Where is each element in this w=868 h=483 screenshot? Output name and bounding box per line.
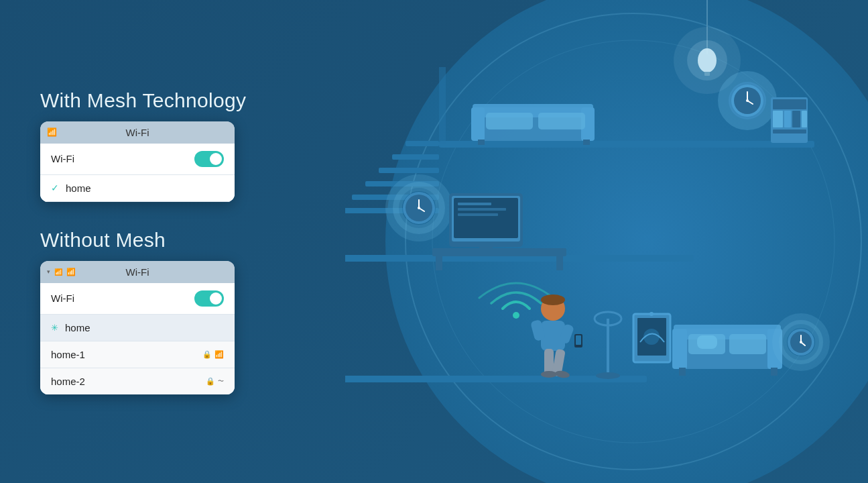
wifi-toggle-row-2: Wi-Fi: [40, 283, 235, 315]
svg-point-65: [513, 312, 519, 319]
svg-rect-22: [471, 107, 485, 141]
wifi-icon-sm-3: 📶: [66, 268, 76, 276]
lock-icon-2: 🔒: [206, 377, 215, 386]
without-mesh-mockup: ▾ 📶 📶 Wi-Fi Wi-Fi ✳ home home-1: [40, 261, 235, 394]
svg-point-67: [541, 294, 565, 305]
svg-rect-41: [773, 99, 806, 109]
svg-point-79: [596, 372, 620, 379]
svg-rect-6: [379, 168, 439, 173]
illustration-scene: [345, 0, 868, 483]
home-1-name: home-1: [51, 349, 85, 360]
wifi-toggle-row-1: Wi-Fi: [40, 144, 235, 175]
home-network-row-2: ✳ home: [40, 315, 235, 341]
home-2-row: home-2 🔒 〜: [40, 368, 235, 394]
home-network-name-1: home: [66, 182, 91, 194]
svg-rect-92: [771, 368, 778, 376]
svg-rect-26: [478, 140, 485, 145]
svg-rect-57: [458, 203, 491, 205]
svg-rect-44: [792, 111, 800, 127]
svg-rect-43: [784, 111, 791, 127]
svg-rect-3: [439, 67, 446, 144]
svg-rect-89: [729, 334, 766, 354]
mockup-title-2: Wi-Fi: [126, 266, 149, 278]
wifi-toggle-2[interactable]: [194, 290, 224, 307]
svg-rect-62: [432, 248, 566, 256]
svg-rect-24: [486, 113, 533, 129]
svg-point-83: [649, 312, 654, 316]
svg-rect-46: [773, 129, 806, 133]
wifi-toggle-1[interactable]: [194, 151, 224, 167]
home-1-row: home-1 🔒 📶: [40, 341, 235, 368]
without-mesh-title: Without Mesh: [40, 229, 362, 252]
wifi-icon-sm-1: ▾: [47, 268, 50, 275]
mockup-titlebar-1: 📶 Wi-Fi: [40, 121, 235, 144]
without-mesh-section: Without Mesh ▾ 📶 📶 Wi-Fi Wi-Fi ✳ home: [40, 229, 362, 394]
wifi-label-1: Wi-Fi: [51, 153, 74, 164]
wifi-label-2: Wi-Fi: [51, 292, 74, 304]
svg-rect-5: [392, 154, 439, 160]
svg-point-75: [541, 371, 557, 378]
wifi-signal-icon: 📶: [47, 127, 57, 137]
wifi-icon-2: 〜: [218, 377, 224, 386]
svg-rect-58: [458, 208, 506, 211]
svg-rect-86: [672, 329, 687, 369]
svg-rect-64: [556, 254, 563, 270]
svg-rect-63: [436, 254, 442, 270]
svg-rect-72: [576, 335, 581, 345]
svg-rect-59: [458, 213, 498, 216]
wifi-icon-1: 📶: [214, 350, 224, 359]
with-mesh-title: With Mesh Technology: [40, 89, 362, 112]
with-mesh-section: With Mesh Technology 📶 Wi-Fi Wi-Fi ✓ hom…: [40, 89, 362, 202]
svg-rect-2: [439, 141, 814, 148]
home-network-name-2: home: [65, 322, 90, 333]
mockup-title-1: Wi-Fi: [126, 127, 149, 138]
home-2-name: home-2: [51, 376, 85, 387]
with-mesh-mockup: 📶 Wi-Fi Wi-Fi ✓ home: [40, 121, 235, 202]
home-2-icons: 🔒 〜: [206, 377, 224, 386]
mockup-titlebar-2: ▾ 📶 📶 Wi-Fi: [40, 261, 235, 283]
svg-rect-45: [802, 111, 807, 127]
lock-icon-1: 🔒: [202, 350, 212, 359]
svg-rect-42: [773, 111, 783, 127]
svg-rect-4: [406, 141, 439, 146]
svg-rect-27: [583, 140, 590, 145]
svg-rect-77: [607, 319, 609, 376]
home-network-row-1: ✓ home: [40, 175, 235, 202]
svg-rect-25: [538, 113, 585, 129]
svg-rect-90: [697, 335, 717, 349]
loading-icon: ✳: [51, 323, 58, 333]
check-icon-1: ✓: [51, 182, 59, 193]
home-1-icons: 🔒 📶: [202, 350, 224, 359]
wifi-icon-sm-2: 📶: [54, 268, 62, 276]
svg-rect-91: [679, 368, 686, 376]
